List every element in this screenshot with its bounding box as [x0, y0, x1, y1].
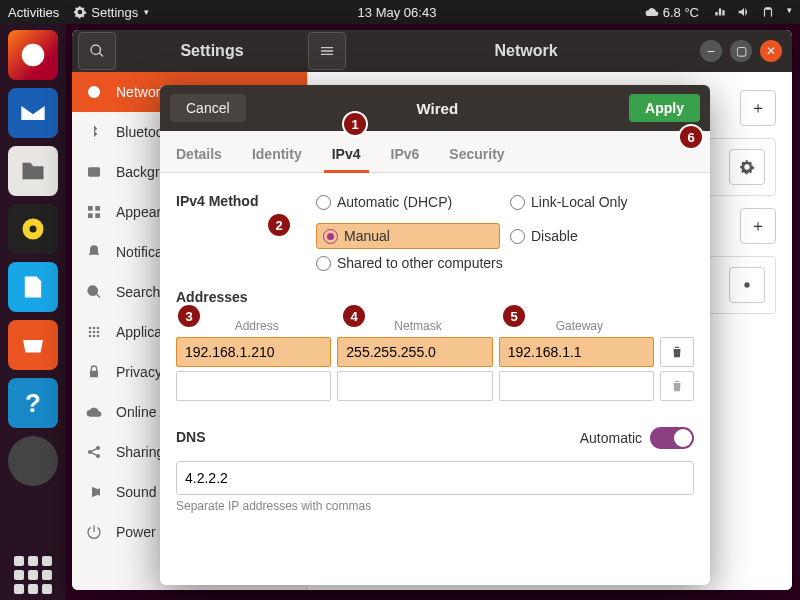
addresses-label: Addresses [176, 289, 694, 305]
delete-row-button[interactable] [660, 371, 694, 401]
add-connection-button-2[interactable]: ＋ [740, 208, 776, 244]
dns-automatic-label: Automatic [580, 430, 642, 446]
method-shared[interactable]: Shared to other computers [316, 255, 694, 271]
dns-automatic-switch[interactable] [650, 427, 694, 449]
dock-extra[interactable] [8, 436, 58, 486]
tab-identity[interactable]: Identity [250, 136, 304, 172]
weather-indicator[interactable]: 6.8 °C [645, 5, 699, 20]
settings-title: Settings [122, 42, 302, 60]
search-button[interactable] [78, 32, 116, 70]
connection-settings-button-2[interactable] [729, 267, 765, 303]
dock-libreoffice[interactable] [8, 262, 58, 312]
svg-point-13 [93, 331, 96, 334]
dns-label: DNS [176, 429, 206, 445]
netmask-input[interactable] [337, 337, 492, 367]
ipv4-panel: IPv4 Method Automatic (DHCP) Link-Local … [160, 173, 710, 585]
clock[interactable]: 13 May 06:43 [358, 5, 437, 20]
callout-6: 6 [680, 126, 702, 148]
tab-label: IPv4 [332, 146, 361, 162]
add-connection-button[interactable]: ＋ [740, 90, 776, 126]
gateway-input-empty[interactable] [499, 371, 654, 401]
radio-label: Disable [531, 228, 578, 244]
svg-point-3 [88, 86, 100, 98]
dialog-title: Wired [417, 100, 459, 117]
svg-point-0 [22, 44, 45, 67]
show-applications[interactable] [8, 550, 58, 600]
method-manual[interactable]: Manual [316, 223, 500, 249]
minimize-button[interactable]: – [700, 40, 722, 62]
radio-label: Shared to other computers [337, 255, 503, 271]
tab-details[interactable]: Details [174, 136, 224, 172]
chevron-down-icon: ▾ [144, 7, 149, 17]
radio-label: Manual [344, 228, 390, 244]
network-icon[interactable] [713, 5, 727, 19]
app-indicator-label: Settings [91, 5, 138, 20]
activities-button[interactable]: Activities [8, 5, 59, 20]
col-address: Address [176, 319, 337, 333]
dock-help[interactable]: ? [8, 378, 58, 428]
sidebar-item-label: Privacy [116, 364, 162, 380]
maximize-button[interactable]: ▢ [730, 40, 752, 62]
svg-point-17 [97, 335, 100, 338]
ipv4-method-label: IPv4 Method [176, 193, 306, 209]
apply-button[interactable]: Apply [629, 94, 700, 122]
dock-thunderbird[interactable] [8, 88, 58, 138]
top-menubar: Activities Settings ▾ 13 May 06:43 6.8 °… [0, 0, 800, 24]
sidebar-item-label: Power [116, 524, 156, 540]
svg-rect-6 [95, 206, 100, 211]
svg-point-11 [97, 327, 100, 330]
tab-ipv4[interactable]: IPv4 [330, 136, 363, 172]
svg-point-15 [89, 335, 92, 338]
close-button[interactable]: ✕ [760, 40, 782, 62]
dock-files[interactable] [8, 146, 58, 196]
netmask-input-empty[interactable] [337, 371, 492, 401]
tab-ipv6[interactable]: IPv6 [389, 136, 422, 172]
weather-text: 6.8 °C [663, 5, 699, 20]
svg-point-10 [93, 327, 96, 330]
method-automatic[interactable]: Automatic (DHCP) [316, 194, 500, 210]
dns-servers-input[interactable] [176, 461, 694, 495]
delete-row-button[interactable] [660, 337, 694, 367]
callout-4: 4 [343, 305, 365, 327]
dock-rhythmbox[interactable] [8, 204, 58, 254]
method-linklocal[interactable]: Link-Local Only [510, 194, 694, 210]
callout-1: 1 [344, 113, 366, 135]
callout-5: 5 [503, 305, 525, 327]
hamburger-button[interactable] [308, 32, 346, 70]
svg-rect-7 [88, 213, 93, 218]
callout-2: 2 [268, 214, 290, 236]
dock-firefox[interactable] [8, 30, 58, 80]
svg-point-16 [93, 335, 96, 338]
dns-note: Separate IP addresses with commas [176, 499, 694, 513]
radio-label: Link-Local Only [531, 194, 628, 210]
method-disable[interactable]: Disable [510, 228, 694, 244]
svg-rect-5 [88, 206, 93, 211]
sidebar-item-label: Sharing [116, 444, 164, 460]
cancel-button[interactable]: Cancel [170, 94, 246, 122]
svg-point-2 [30, 226, 37, 233]
connection-editor-dialog: Cancel Wired Apply Details Identity IPv4… [160, 85, 710, 585]
svg-rect-8 [95, 213, 100, 218]
dock-ubuntu-software[interactable] [8, 320, 58, 370]
gateway-input[interactable] [499, 337, 654, 367]
volume-icon[interactable] [737, 5, 751, 19]
svg-point-12 [89, 331, 92, 334]
dialog-header: Cancel Wired Apply [160, 85, 710, 131]
radio-label: Automatic (DHCP) [337, 194, 452, 210]
chevron-down-icon: ▾ [787, 5, 792, 19]
svg-rect-4 [88, 167, 100, 176]
callout-3: 3 [178, 305, 200, 327]
battery-icon[interactable] [761, 5, 775, 19]
panel-title: Network [352, 42, 700, 60]
sidebar-item-label: Sound [116, 484, 156, 500]
app-indicator[interactable]: Settings ▾ [73, 5, 149, 20]
connection-settings-button[interactable] [729, 149, 765, 185]
tab-security[interactable]: Security [447, 136, 506, 172]
sidebar-item-label: Search [116, 284, 160, 300]
address-input-empty[interactable] [176, 371, 331, 401]
launcher-dock: ? [0, 24, 66, 600]
address-input[interactable] [176, 337, 331, 367]
svg-point-9 [89, 327, 92, 330]
weather-icon [645, 5, 659, 19]
dialog-tabs: Details Identity IPv4 IPv6 Security [160, 131, 710, 173]
